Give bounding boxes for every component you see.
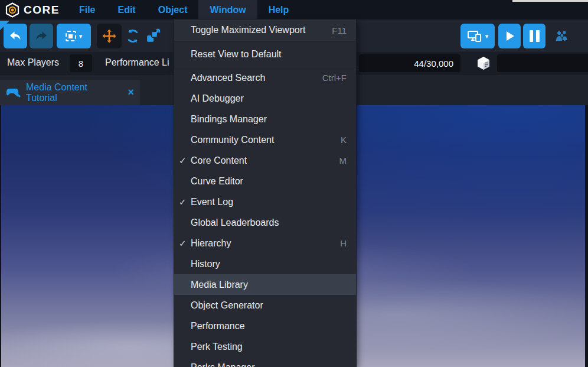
menu-item-reset-view-to-default[interactable]: ✓Reset View to Default: [174, 41, 356, 67]
scale-tool-button[interactable]: [143, 24, 162, 48]
play-icon: [503, 30, 516, 43]
menubar-item-help[interactable]: Help: [257, 0, 300, 20]
progress-track: [512, 0, 588, 2]
menu-item-history[interactable]: ✓History: [174, 254, 356, 274]
check-icon: ✓: [179, 155, 191, 166]
selection-mode-button[interactable]: ▾: [57, 24, 91, 48]
menu-item-curve-editor[interactable]: ✓Curve Editor: [174, 171, 356, 191]
menu-item-core-content[interactable]: ✓Core ContentM: [174, 150, 356, 171]
rotate-tool-icon: [125, 28, 141, 44]
menubar-item-object[interactable]: Object: [147, 0, 199, 20]
tab-close-icon[interactable]: ×: [128, 86, 134, 99]
window-dropdown-menu: ✓Toggle Maximized ViewportF11 ✓Reset Vie…: [174, 20, 356, 367]
object-count-readout: 44/30,000: [359, 54, 460, 72]
object-cube-icon: [476, 56, 491, 71]
top-progress-strip: [477, 0, 588, 2]
menubar-item-edit[interactable]: Edit: [106, 0, 146, 20]
menubar-item-file[interactable]: File: [68, 0, 107, 20]
tab-label: Media Content Tutorial: [26, 82, 120, 103]
device-preview-button[interactable]: ▾: [460, 24, 495, 48]
progress-fill: [477, 0, 512, 2]
selection-mode-icon: [66, 31, 76, 41]
menu-item-advanced-search[interactable]: ✓Advanced SearchCtrl+F: [174, 67, 356, 88]
pause-button[interactable]: [523, 24, 545, 48]
menu-item-ai-debugger[interactable]: ✓AI Debugger: [174, 88, 356, 109]
core-editor-window: CORE File Edit Object Window Help ▾: [0, 0, 588, 367]
menu-item-perk-testing[interactable]: ✓Perk Testing: [174, 336, 356, 357]
menu-item-community-content[interactable]: ✓Community ContentK: [174, 129, 356, 150]
menu-item-event-log[interactable]: ✓Event Log: [174, 191, 356, 212]
secondary-readout: [497, 54, 588, 72]
scale-tool-icon: [145, 28, 161, 44]
max-players-input[interactable]: 8: [70, 54, 92, 72]
undo-icon: [8, 29, 22, 43]
menu-bar: CORE File Edit Object Window Help: [0, 0, 588, 20]
core-logo-icon: [5, 2, 20, 18]
play-button[interactable]: [498, 24, 521, 48]
menubar-item-window[interactable]: Window: [198, 0, 257, 20]
max-players-label: Max Players: [7, 57, 59, 68]
move-tool-button[interactable]: [97, 24, 122, 48]
pause-icon: [530, 30, 540, 42]
menu-item-object-generator[interactable]: ✓Object Generator: [174, 295, 356, 316]
menu-item-hierarchy[interactable]: ✓HierarchyH: [174, 233, 356, 254]
menu-item-bindings-manager[interactable]: ✓Bindings Manager: [174, 109, 356, 129]
menu-item-performance[interactable]: ✓Performance: [174, 316, 356, 336]
menu-item-perks-manager[interactable]: ✓Perks Manager: [174, 357, 356, 367]
core-logo: CORE: [0, 2, 68, 18]
tutorial-gamepad-icon: [6, 86, 21, 99]
menu-item-global-leaderboards[interactable]: ✓Global Leaderboards: [174, 212, 356, 233]
redo-button[interactable]: [30, 24, 53, 48]
tab-media-content-tutorial[interactable]: Media Content Tutorial ×: [0, 80, 140, 105]
core-logo-text: CORE: [24, 4, 60, 17]
chevron-down-icon: ▾: [485, 33, 489, 40]
redo-icon: [34, 29, 48, 43]
performance-limits-label: Performance Li: [105, 57, 169, 68]
rotate-tool-button[interactable]: [124, 24, 142, 48]
menu-item-media-library[interactable]: ✓Media Library: [174, 274, 356, 295]
check-icon: ✓: [179, 238, 191, 249]
menu-item-toggle-maximized-viewport[interactable]: ✓Toggle Maximized ViewportF11: [174, 20, 356, 41]
multiplayer-preview-button[interactable]: [551, 24, 573, 48]
device-preview-icon: [467, 29, 482, 43]
check-icon: ✓: [179, 197, 191, 207]
multiplayer-icon: [554, 28, 570, 44]
move-tool-icon: [102, 28, 117, 44]
chevron-down-icon: ▾: [79, 33, 83, 40]
undo-button[interactable]: [4, 24, 27, 48]
